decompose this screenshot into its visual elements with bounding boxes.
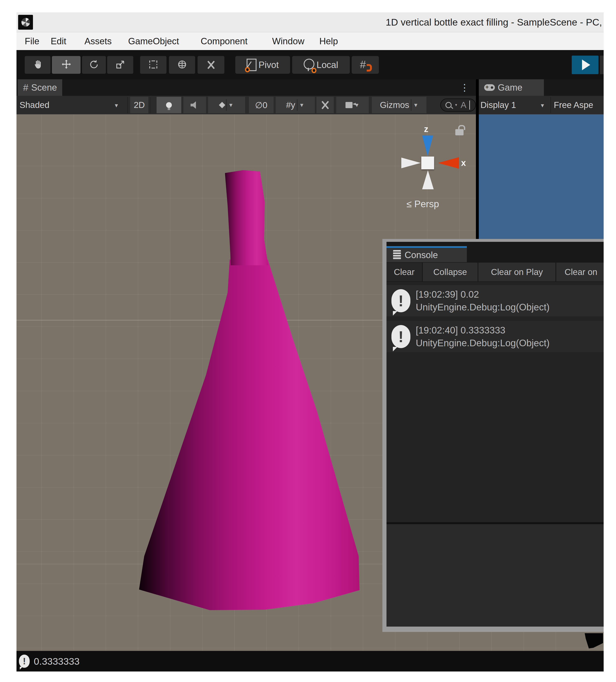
tab-scene[interactable]: # Scene xyxy=(18,79,62,96)
camera-icon xyxy=(345,102,352,108)
move-tool-button[interactable] xyxy=(52,56,81,74)
scene-lighting-button[interactable] xyxy=(157,97,181,113)
console-splitter[interactable] xyxy=(387,522,603,524)
axis-down-cone[interactable] xyxy=(422,170,434,189)
rect-tool-button[interactable] xyxy=(140,56,166,74)
scene-tab-label: Scene xyxy=(31,83,57,93)
shading-mode-dropdown[interactable]: Shaded xyxy=(20,96,49,114)
projection-toggle[interactable]: ≤ Persp xyxy=(407,198,439,209)
2d-toggle-button[interactable]: 2D xyxy=(130,97,149,113)
menu-assets[interactable]: Assets xyxy=(85,32,112,50)
grid-visibility-button[interactable]: #y xyxy=(276,97,315,113)
effects-star-icon xyxy=(219,102,225,108)
game-tab-label: Game xyxy=(498,83,523,93)
panel-divider[interactable] xyxy=(476,79,479,239)
grid-snap-button[interactable]: # xyxy=(352,56,379,74)
play-button[interactable] xyxy=(572,55,598,74)
menu-component[interactable]: Component xyxy=(201,32,247,50)
search-value: A xyxy=(461,100,466,110)
clear-on-play-button[interactable]: Clear on Play xyxy=(478,263,555,281)
rotate-tool-button[interactable] xyxy=(82,56,106,74)
pivot-toggle-button[interactable]: Pivot xyxy=(235,56,290,74)
transform-tool-button[interactable] xyxy=(169,56,195,74)
axis-z-cone[interactable] xyxy=(422,135,433,156)
status-bar[interactable]: 0.3333333 xyxy=(17,651,603,672)
title-bar: 1D vertical bottle exact filling - Sampl… xyxy=(17,13,603,32)
axis-x-label: x xyxy=(461,158,466,168)
log-message-icon xyxy=(391,289,410,312)
log-entry[interactable]: [19:02:40] 0.3333333 UnityEngine.Debug:L… xyxy=(387,321,603,352)
clear-button[interactable]: Clear xyxy=(387,263,422,281)
axis-back-cone[interactable] xyxy=(401,158,421,168)
log-entry-line2: UnityEngine.Debug:Log(Object) xyxy=(416,337,549,349)
toolbar-separator xyxy=(150,97,151,113)
menu-edit[interactable]: Edit xyxy=(51,32,66,50)
log-message-icon xyxy=(391,325,410,348)
scene-effects-button[interactable] xyxy=(208,97,245,113)
tab-console[interactable]: Console xyxy=(387,246,467,262)
console-detail-pane xyxy=(387,524,603,627)
scene-tools-button[interactable] xyxy=(316,97,334,113)
gizmos-caret-icon xyxy=(413,102,418,108)
menu-gameobject[interactable]: GameObject xyxy=(128,32,179,50)
rotation-lock-icon[interactable] xyxy=(455,129,463,135)
collapse-button[interactable]: Collapse xyxy=(423,263,478,281)
status-message: 0.3333333 xyxy=(34,656,79,667)
dock-area: # Scene ⋮ Shaded 2D ∅0 xyxy=(17,79,603,672)
grid-axis-label: #y xyxy=(286,100,295,110)
scene-camera-button[interactable] xyxy=(336,97,369,113)
main-toolbar: Pivot Local # xyxy=(17,50,603,79)
log-entry[interactable]: [19:02:39] 0.02 UnityEngine.Debug:Log(Ob… xyxy=(387,285,603,316)
scene-tab-bar: # Scene ⋮ xyxy=(17,79,476,96)
log-entry-line1: [19:02:39] 0.02 xyxy=(416,288,549,301)
toolbar-separator xyxy=(127,97,128,113)
button-divider xyxy=(297,99,297,111)
custom-tools-button[interactable] xyxy=(198,56,224,74)
scene-panel-menu-icon[interactable]: ⋮ xyxy=(460,79,469,96)
grid-caret-icon[interactable] xyxy=(299,102,304,108)
display-caret-icon[interactable] xyxy=(540,103,545,109)
shading-caret-icon[interactable] xyxy=(114,103,119,109)
menu-window[interactable]: Window xyxy=(272,32,304,50)
scene-search-input[interactable]: A xyxy=(440,98,476,112)
local-label: Local xyxy=(316,60,338,70)
speaker-icon xyxy=(190,101,199,109)
search-caret-icon xyxy=(455,103,458,107)
tab-game[interactable]: Game xyxy=(479,79,544,96)
gamepad-icon xyxy=(484,84,495,91)
move-tool-icon xyxy=(61,59,72,71)
scale-tool-button[interactable] xyxy=(107,56,133,74)
rotate-tool-icon xyxy=(89,59,99,71)
game-view xyxy=(479,114,603,239)
display-dropdown[interactable]: Display 1 xyxy=(480,96,516,114)
axis-x-cone[interactable] xyxy=(438,157,459,169)
button-divider xyxy=(226,99,227,111)
menu-file[interactable]: File xyxy=(25,32,39,50)
console-window[interactable]: Console Clear Collapse Clear on Play Cle… xyxy=(382,239,603,632)
transform-tool-icon xyxy=(177,59,187,71)
gizmos-dropdown[interactable]: Gizmos xyxy=(372,97,427,113)
hand-tool-button[interactable] xyxy=(25,56,50,74)
log-entry-line1: [19:02:40] 0.3333333 xyxy=(416,324,549,337)
grid-snap-icon: # xyxy=(360,59,371,71)
status-message-icon xyxy=(19,655,30,668)
hidden-objects-button[interactable]: ∅0 xyxy=(249,97,274,113)
pivot-label: Pivot xyxy=(258,60,279,70)
search-icon xyxy=(446,102,452,108)
screenshot-stage: 1D vertical bottle exact filling - Sampl… xyxy=(0,0,616,682)
clear-on-build-button-partial[interactable]: Clear on xyxy=(556,263,603,281)
scene-audio-button[interactable] xyxy=(183,97,206,113)
scene-view-toolbar: Shaded 2D ∅0 #y xyxy=(17,96,476,114)
text-cursor xyxy=(469,100,470,110)
pause-button-partial[interactable] xyxy=(600,55,603,74)
axis-center-cube[interactable] xyxy=(421,157,434,169)
effects-caret-icon[interactable] xyxy=(228,102,234,108)
console-log-list: [19:02:39] 0.02 UnityEngine.Debug:Log(Ob… xyxy=(387,282,603,522)
unity-logo-icon xyxy=(18,15,33,30)
aspect-dropdown[interactable]: Free Aspe xyxy=(554,96,593,114)
game-view-toolbar: Display 1 Free Aspe xyxy=(479,96,603,114)
menu-help[interactable]: Help xyxy=(319,32,338,50)
gizmos-label: Gizmos xyxy=(380,100,409,110)
hand-tool-icon xyxy=(32,59,43,71)
local-toggle-button[interactable]: Local xyxy=(292,56,350,74)
